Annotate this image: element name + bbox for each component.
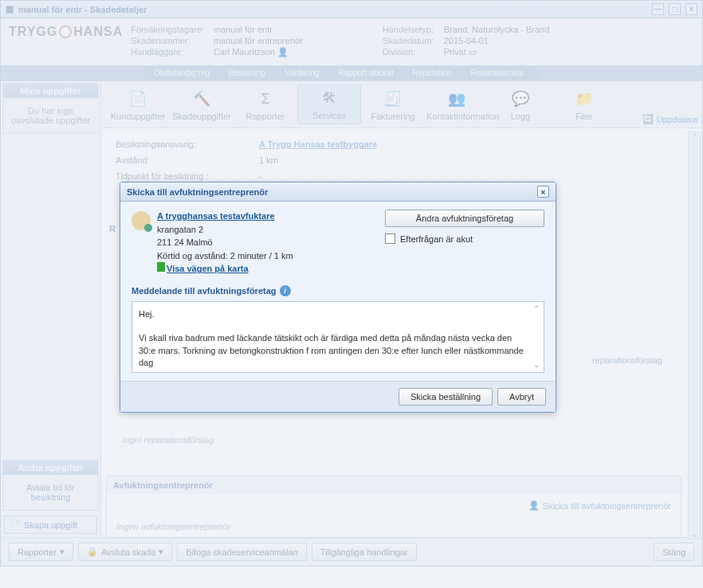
rep-head-partial: R (109, 224, 116, 233)
avstand-value: 1 km (259, 155, 278, 165)
contractor-avatar-icon (132, 211, 151, 230)
avfukt-send-link[interactable]: 👤Skicka till avfuktningsentreprenör (528, 500, 671, 511)
flag-icon (157, 262, 165, 272)
step-6: Reparation klar (461, 66, 534, 80)
tillganglig-button[interactable]: Tillgängliga handlingar (312, 543, 417, 561)
step-2: Besiktning (219, 66, 275, 80)
close-window-button[interactable]: × (685, 3, 697, 15)
send-dialog: Skicka till avfuktningsentreprenör × A t… (120, 182, 556, 413)
logo: TRYGGHANSA (9, 25, 123, 39)
avstand-label: Avstånd: (116, 155, 259, 165)
other-tasks-panel: Andra uppgifter Avtala tid för besiktnin… (2, 460, 99, 511)
tidpunkt-value: - (259, 171, 262, 181)
invoice-icon: 🧾 (363, 89, 423, 108)
other-tasks-body[interactable]: Avtala tid för besiktning (3, 475, 98, 510)
handelsetyp-value: Brand, Naturolycka - Brand (444, 25, 550, 34)
change-company-button[interactable]: Ändra avfuktningsföretag (385, 210, 544, 227)
avsluta-button[interactable]: 🔒Avsluta skada ▾ (78, 543, 172, 561)
skadedatum-label: Skadedatum: (383, 36, 434, 45)
step-1: Ofullständig reg (144, 66, 219, 80)
step-5: Reparation (403, 66, 461, 80)
refresh-icon: 🔄 (642, 114, 654, 124)
dialog-title-text: Skicka till avfuktningsentreprenör (127, 187, 537, 197)
avfukt-head: Avfuktningsentreprenör (107, 476, 681, 494)
tool-fakturering[interactable]: 🧾Fakturering (361, 86, 425, 124)
map-link[interactable]: Visa vägen på karta (167, 264, 249, 273)
window-title: manual för entr - Skadedetaljer (18, 5, 647, 14)
skadedatum-value: 2015-04-01 (444, 36, 550, 45)
send-order-button[interactable]: Skicka beställning (399, 388, 493, 406)
dialog-footer: Skicka beställning Avbryt (120, 381, 556, 412)
step-4: Rapport skickat (329, 66, 403, 80)
my-tasks-head: Mina uppgifter (3, 84, 98, 98)
skadenummer-value: manual för entreprenör (214, 36, 303, 45)
log-icon: 💬 (490, 89, 551, 108)
minimize-button[interactable]: — (652, 3, 664, 15)
progress-steps: Ofullständig reg Besiktning Värdering Ra… (1, 65, 702, 81)
header-info: TRYGGHANSA Försäkringstagare: manual för… (1, 18, 702, 65)
division-value: Privat ▭ (444, 47, 550, 57)
dropdown-icon: ▾ (159, 547, 163, 557)
besiktning-link[interactable]: A Trygg Hansas testbyggare (259, 139, 377, 149)
contractor-kortid: Körtid og avstånd: 2 minuter / 1 km (157, 251, 293, 261)
content-toolbar: 📄Kunduppgifter 🔨Skadeuppgifter ΣRapporte… (101, 81, 702, 128)
maximize-button[interactable]: □ (669, 3, 681, 15)
tool-logg[interactable]: 💬Logg (489, 86, 552, 124)
contractor-info: A trygghansas testavfuktare krangatan 2 … (132, 210, 369, 276)
logo-circle-icon (59, 25, 72, 38)
my-tasks-body: Du har inga oavslutade uppgifter (3, 98, 98, 133)
info-icon[interactable]: i (280, 285, 291, 296)
send-icon: 👤 (528, 500, 540, 511)
besiktning-label: Besiktningsansvarig: (116, 139, 259, 149)
rep-empty: Inget reparationsförslag (122, 435, 214, 445)
avfukt-empty: Ingen avfuktningsentreprenör (116, 511, 671, 531)
message-label: Meddelande till avfuktningsföretag i (132, 285, 544, 296)
avfukt-section: Avfuktningsentreprenör 👤Skicka till avfu… (106, 476, 681, 539)
contact-icon: 👥 (426, 89, 487, 108)
dialog-close-button[interactable]: × (537, 186, 549, 198)
tools-icon: 🛠 (300, 88, 359, 108)
dropdown-icon: ▾ (60, 547, 65, 557)
dialog-titlebar: Skicka till avfuktningsentreprenör × (120, 182, 556, 202)
tidpunkt-label: Tidpunkt för besiktning : (116, 171, 259, 181)
other-tasks-head: Andra uppgifter (3, 461, 98, 475)
forsakring-value: manual för entr (214, 25, 303, 34)
handelsetyp-label: Händelsetyp: (383, 25, 434, 34)
cancel-button[interactable]: Avbryt (497, 388, 546, 406)
tool-kontakt[interactable]: 👥Kontaktinformation (425, 86, 489, 124)
add-icon: 📄 (10, 519, 21, 530)
tool-services[interactable]: 🛠Services (297, 84, 361, 124)
message-scrollbar[interactable] (531, 304, 542, 370)
document-icon: ▦ (6, 4, 14, 14)
folder-icon: 📁 (554, 89, 615, 108)
skadenummer-label: Skadenummer: (131, 36, 204, 45)
scrollbar[interactable] (688, 131, 701, 539)
tool-rapporter[interactable]: ΣRapporter (234, 86, 297, 124)
urgent-row[interactable]: Efterfrågan är akut (385, 233, 544, 244)
lock-icon: 🔒 (87, 547, 98, 557)
contractor-addr2: 211 24 Malmö (157, 237, 213, 247)
user-icon: 📄 (108, 89, 168, 108)
urgent-checkbox[interactable] (385, 233, 395, 244)
handlaggare-label: Handläggare: (131, 47, 204, 57)
damage-icon: 🔨 (171, 89, 232, 108)
forsakring-label: Försäkringstagare: (131, 25, 204, 34)
create-task-button[interactable]: 📄 Skapa uppgift (4, 515, 97, 534)
division-label: Division: (383, 47, 434, 57)
message-textarea[interactable]: Hej. Vi skall riva badrum med läckande t… (132, 301, 544, 373)
stang-button[interactable]: Stäng (654, 543, 694, 561)
urgent-label: Efterfrågan är akut (400, 234, 473, 244)
sigma-icon: Σ (235, 89, 296, 108)
window-titlebar: ▦ manual för entr - Skadedetaljer — □ × (1, 1, 702, 18)
contractor-addr1: krangatan 2 (157, 225, 203, 234)
message-text: Hej. Vi skall riva badrum med läckande t… (139, 308, 537, 370)
tool-skadeuppgifter[interactable]: 🔨Skadeuppgifter (170, 86, 234, 124)
bifoga-button[interactable]: Bifoga skadeserviceanmälan (177, 543, 307, 561)
step-3: Värdering (275, 66, 328, 80)
tool-kunduppgifter[interactable]: 📄Kunduppgifter (106, 86, 170, 124)
rapporter-button[interactable]: Rapporter ▾ (9, 543, 73, 561)
update-link[interactable]: 🔄Uppdatera (642, 114, 697, 124)
tool-filer[interactable]: 📁Filer (552, 86, 616, 124)
rep-link-partial: reparationsförslag (592, 355, 662, 365)
contractor-link[interactable]: A trygghansas testavfuktare (157, 211, 275, 221)
